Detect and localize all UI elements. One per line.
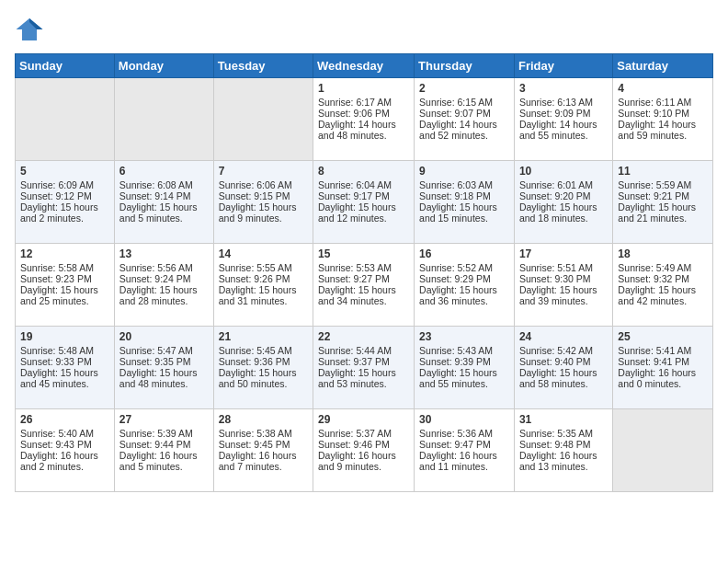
day-number: 16	[419, 247, 509, 260]
sunrise-text: Sunrise: 6:13 AM	[519, 97, 593, 108]
daylight-text: Daylight: 16 hours and 7 minutes.	[219, 450, 297, 472]
day-number: 20	[119, 330, 209, 343]
day-cell: 10Sunrise: 6:01 AMSunset: 9:20 PMDayligh…	[514, 161, 612, 244]
day-number: 1	[318, 82, 409, 95]
daylight-text: Daylight: 15 hours and 21 minutes.	[618, 201, 696, 224]
day-number: 23	[419, 330, 509, 343]
day-cell: 31Sunrise: 5:35 AMSunset: 9:48 PMDayligh…	[514, 409, 612, 492]
day-number: 21	[219, 330, 308, 343]
daylight-text: Daylight: 15 hours and 36 minutes.	[419, 284, 497, 306]
sunrise-text: Sunrise: 6:11 AM	[618, 97, 691, 108]
header-cell-wednesday: Wednesday	[313, 54, 415, 78]
logo-icon	[15, 15, 44, 44]
daylight-text: Daylight: 15 hours and 58 minutes.	[519, 367, 597, 389]
daylight-text: Daylight: 15 hours and 28 minutes.	[119, 284, 198, 306]
week-row: 26Sunrise: 5:40 AMSunset: 9:43 PMDayligh…	[16, 409, 713, 492]
week-row: 19Sunrise: 5:48 AMSunset: 9:33 PMDayligh…	[16, 327, 713, 409]
day-cell: 15Sunrise: 5:53 AMSunset: 9:27 PMDayligh…	[313, 244, 415, 327]
sunset-text: Sunset: 9:40 PM	[519, 356, 591, 367]
day-cell: 6Sunrise: 6:08 AMSunset: 9:14 PMDaylight…	[114, 161, 213, 244]
week-row: 1Sunrise: 6:17 AMSunset: 9:06 PMDaylight…	[16, 78, 713, 161]
day-cell: 13Sunrise: 5:56 AMSunset: 9:24 PMDayligh…	[114, 244, 213, 327]
day-number: 24	[519, 330, 608, 343]
sunrise-text: Sunrise: 6:06 AM	[219, 179, 292, 190]
day-cell: 30Sunrise: 5:36 AMSunset: 9:47 PMDayligh…	[415, 409, 515, 492]
daylight-text: Daylight: 14 hours and 55 minutes.	[519, 119, 597, 141]
day-cell	[16, 78, 115, 161]
day-cell: 2Sunrise: 6:15 AMSunset: 9:07 PMDaylight…	[415, 78, 515, 161]
sunset-text: Sunset: 9:12 PM	[20, 190, 92, 201]
sunset-text: Sunset: 9:44 PM	[119, 439, 191, 450]
day-cell: 3Sunrise: 6:13 AMSunset: 9:09 PMDaylight…	[514, 78, 612, 161]
day-number: 31	[519, 413, 608, 426]
daylight-text: Daylight: 14 hours and 59 minutes.	[618, 119, 696, 141]
sunrise-text: Sunrise: 5:51 AM	[519, 262, 593, 273]
sunrise-text: Sunrise: 5:37 AM	[318, 428, 392, 439]
daylight-text: Daylight: 15 hours and 31 minutes.	[219, 284, 297, 306]
sunrise-text: Sunrise: 5:48 AM	[20, 345, 94, 356]
page-header	[15, 15, 713, 44]
sunset-text: Sunset: 9:15 PM	[219, 190, 290, 201]
header-cell-thursday: Thursday	[415, 54, 515, 78]
daylight-text: Daylight: 14 hours and 48 minutes.	[318, 119, 396, 141]
day-number: 29	[318, 413, 409, 426]
day-number: 4	[618, 82, 708, 95]
day-number: 17	[519, 247, 608, 260]
day-number: 15	[318, 247, 409, 260]
daylight-text: Daylight: 16 hours and 9 minutes.	[318, 450, 396, 472]
daylight-text: Daylight: 15 hours and 15 minutes.	[419, 201, 497, 224]
sunset-text: Sunset: 9:30 PM	[519, 273, 591, 284]
sunrise-text: Sunrise: 6:08 AM	[119, 179, 193, 190]
day-cell: 16Sunrise: 5:52 AMSunset: 9:29 PMDayligh…	[415, 244, 515, 327]
sunrise-text: Sunrise: 5:39 AM	[119, 428, 193, 439]
logo	[15, 15, 48, 44]
day-cell: 5Sunrise: 6:09 AMSunset: 9:12 PMDaylight…	[16, 161, 115, 244]
daylight-text: Daylight: 15 hours and 5 minutes.	[119, 201, 198, 224]
sunrise-text: Sunrise: 6:17 AM	[318, 97, 392, 108]
daylight-text: Daylight: 16 hours and 0 minutes.	[618, 367, 696, 389]
sunset-text: Sunset: 9:09 PM	[519, 108, 591, 119]
sunrise-text: Sunrise: 5:53 AM	[318, 262, 392, 273]
daylight-text: Daylight: 15 hours and 50 minutes.	[219, 367, 297, 389]
daylight-text: Daylight: 15 hours and 2 minutes.	[20, 201, 98, 224]
day-number: 28	[219, 413, 308, 426]
day-number: 7	[219, 165, 308, 178]
sunrise-text: Sunrise: 6:01 AM	[519, 179, 593, 190]
sunrise-text: Sunrise: 5:43 AM	[419, 345, 493, 356]
day-cell: 4Sunrise: 6:11 AMSunset: 9:10 PMDaylight…	[613, 78, 713, 161]
day-cell: 7Sunrise: 6:06 AMSunset: 9:15 PMDaylight…	[213, 161, 313, 244]
sunset-text: Sunset: 9:29 PM	[419, 273, 491, 284]
day-number: 5	[20, 165, 109, 178]
sunset-text: Sunset: 9:35 PM	[119, 356, 191, 367]
day-cell: 25Sunrise: 5:41 AMSunset: 9:41 PMDayligh…	[613, 327, 713, 409]
sunset-text: Sunset: 9:41 PM	[618, 356, 689, 367]
sunrise-text: Sunrise: 5:45 AM	[219, 345, 292, 356]
day-cell: 1Sunrise: 6:17 AMSunset: 9:06 PMDaylight…	[313, 78, 415, 161]
day-number: 25	[618, 330, 708, 343]
day-number: 12	[20, 247, 109, 260]
day-cell: 29Sunrise: 5:37 AMSunset: 9:46 PMDayligh…	[313, 409, 415, 492]
day-number: 18	[618, 247, 708, 260]
sunset-text: Sunset: 9:48 PM	[519, 439, 591, 450]
sunset-text: Sunset: 9:33 PM	[20, 356, 92, 367]
sunrise-text: Sunrise: 5:35 AM	[519, 428, 593, 439]
daylight-text: Daylight: 14 hours and 52 minutes.	[419, 119, 497, 141]
sunrise-text: Sunrise: 5:55 AM	[219, 262, 292, 273]
calendar-header: SundayMondayTuesdayWednesdayThursdayFrid…	[16, 54, 713, 78]
sunset-text: Sunset: 9:47 PM	[419, 439, 491, 450]
day-cell: 9Sunrise: 6:03 AMSunset: 9:18 PMDaylight…	[415, 161, 515, 244]
daylight-text: Daylight: 16 hours and 11 minutes.	[419, 450, 497, 472]
day-cell: 27Sunrise: 5:39 AMSunset: 9:44 PMDayligh…	[114, 409, 213, 492]
sunrise-text: Sunrise: 5:36 AM	[419, 428, 493, 439]
day-cell: 26Sunrise: 5:40 AMSunset: 9:43 PMDayligh…	[16, 409, 115, 492]
sunrise-text: Sunrise: 6:03 AM	[419, 179, 493, 190]
day-cell: 23Sunrise: 5:43 AMSunset: 9:39 PMDayligh…	[415, 327, 515, 409]
sunrise-text: Sunrise: 5:40 AM	[20, 428, 94, 439]
day-cell: 19Sunrise: 5:48 AMSunset: 9:33 PMDayligh…	[16, 327, 115, 409]
sunrise-text: Sunrise: 5:49 AM	[618, 262, 691, 273]
day-cell: 20Sunrise: 5:47 AMSunset: 9:35 PMDayligh…	[114, 327, 213, 409]
day-cell: 11Sunrise: 5:59 AMSunset: 9:21 PMDayligh…	[613, 161, 713, 244]
sunset-text: Sunset: 9:43 PM	[20, 439, 92, 450]
day-number: 3	[519, 82, 608, 95]
daylight-text: Daylight: 16 hours and 5 minutes.	[119, 450, 198, 472]
